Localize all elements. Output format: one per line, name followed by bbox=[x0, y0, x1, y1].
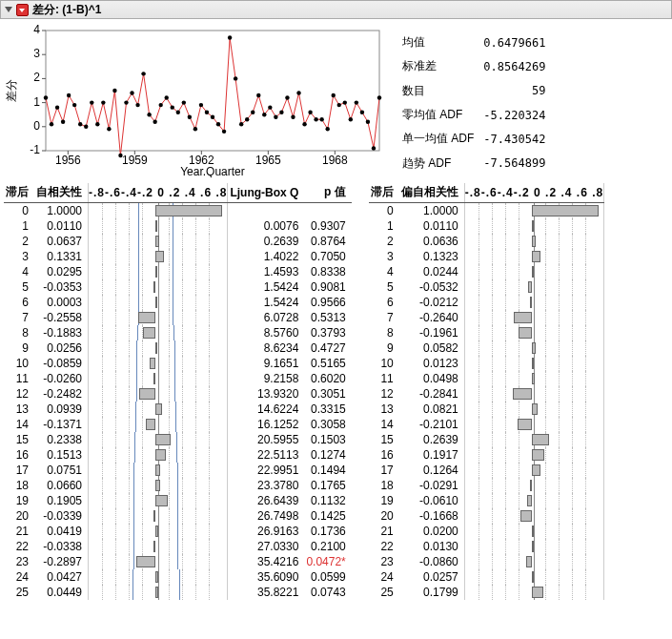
lag-cell: 12 bbox=[4, 386, 34, 402]
svg-text:1: 1 bbox=[33, 95, 40, 109]
lb-cell: 23.3780 bbox=[228, 478, 304, 493]
svg-point-66 bbox=[291, 115, 295, 119]
lag-cell: 6 bbox=[4, 295, 34, 310]
svg-point-57 bbox=[239, 122, 243, 126]
svg-point-24 bbox=[50, 122, 53, 126]
lag-cell: 1 bbox=[369, 218, 399, 234]
svg-point-71 bbox=[319, 117, 323, 121]
pac-cell: -0.2841 bbox=[399, 386, 465, 402]
corr-bar bbox=[89, 539, 227, 554]
lb-cell bbox=[228, 203, 304, 219]
stat-value: -7.430542 bbox=[483, 129, 553, 151]
svg-text:1965: 1965 bbox=[255, 154, 281, 167]
corr-bar bbox=[89, 524, 227, 539]
corr-bar bbox=[89, 554, 227, 569]
svg-point-31 bbox=[90, 100, 93, 104]
lag-cell: 8 bbox=[4, 325, 34, 340]
svg-point-53 bbox=[216, 122, 220, 126]
lag-cell: 20 bbox=[369, 508, 399, 524]
pac-cell: 0.0200 bbox=[399, 524, 465, 539]
svg-point-73 bbox=[332, 93, 336, 97]
corr-bar bbox=[465, 554, 603, 569]
corr-bar bbox=[465, 234, 603, 249]
svg-point-56 bbox=[234, 76, 237, 80]
stat-label: 趋势 ADF bbox=[402, 154, 481, 175]
p-cell: 0.4727 bbox=[304, 340, 351, 356]
corr-bar bbox=[465, 264, 603, 279]
svg-point-59 bbox=[251, 110, 255, 113]
corr-bar bbox=[89, 264, 227, 279]
svg-point-54 bbox=[222, 130, 226, 134]
lag-cell: 19 bbox=[4, 493, 34, 508]
svg-point-67 bbox=[296, 91, 300, 94]
svg-point-51 bbox=[205, 110, 209, 113]
col-acf-ticks: -.8-.6-.4-.2 0 .2 .4 .6 .8 bbox=[89, 183, 228, 203]
col-lb: Ljung-Box Q bbox=[228, 183, 304, 203]
p-cell: 0.6020 bbox=[304, 371, 351, 386]
ac-cell: 0.0003 bbox=[34, 295, 89, 310]
svg-text:4: 4 bbox=[33, 25, 40, 36]
svg-point-69 bbox=[308, 110, 312, 113]
acf-pacf-tables: 滞后 自相关性 -.8-.6-.4-.2 0 .2 .4 .6 .8 01.00… bbox=[0, 183, 672, 606]
lb-cell: 26.9163 bbox=[228, 524, 304, 539]
ac-cell: 0.1905 bbox=[34, 493, 89, 508]
lag-cell: 23 bbox=[4, 554, 34, 569]
lag-cell: 20 bbox=[4, 508, 34, 524]
ac-cell: 0.0427 bbox=[34, 569, 89, 585]
lag-cell: 3 bbox=[4, 249, 34, 264]
lag-cell: 10 bbox=[4, 356, 34, 371]
ac-cell: -0.1883 bbox=[34, 325, 89, 340]
p-cell: 0.0743 bbox=[304, 585, 351, 600]
svg-point-65 bbox=[285, 95, 289, 99]
svg-point-47 bbox=[182, 100, 186, 104]
svg-text:1956: 1956 bbox=[55, 154, 81, 167]
corr-bar bbox=[89, 447, 227, 463]
lag-cell: 9 bbox=[369, 340, 399, 356]
svg-text:差分: 差分 bbox=[5, 79, 18, 102]
p-cell: 0.5313 bbox=[304, 310, 351, 325]
ac-cell: 0.1513 bbox=[34, 447, 89, 463]
svg-point-34 bbox=[107, 127, 111, 131]
p-cell bbox=[304, 203, 351, 219]
corr-bar bbox=[465, 478, 603, 493]
pac-cell: 0.0636 bbox=[399, 234, 465, 249]
lb-cell: 13.9320 bbox=[228, 386, 304, 402]
col-p: p 值 bbox=[304, 183, 351, 203]
lag-cell: 12 bbox=[369, 386, 399, 402]
corr-bar bbox=[89, 463, 227, 478]
lb-cell: 0.2639 bbox=[228, 234, 304, 249]
lag-cell: 14 bbox=[369, 417, 399, 432]
lag-cell: 24 bbox=[4, 569, 34, 585]
corr-bar bbox=[89, 371, 227, 386]
p-cell: 0.1765 bbox=[304, 478, 351, 493]
col-pacf-ticks: -.8-.6-.4-.2 0 .2 .4 .6 .8 bbox=[464, 183, 603, 203]
panel-header[interactable]: 差分: (1-B)^1 bbox=[0, 0, 672, 19]
col-pac: 偏自相关性 bbox=[399, 183, 465, 203]
ac-cell: 0.2338 bbox=[34, 432, 89, 447]
corr-bar bbox=[465, 325, 603, 340]
lag-cell: 17 bbox=[4, 463, 34, 478]
lb-cell: 1.5424 bbox=[228, 279, 304, 295]
p-cell: 0.1132 bbox=[304, 493, 351, 508]
svg-point-49 bbox=[193, 127, 197, 131]
lag-cell: 16 bbox=[369, 447, 399, 463]
lag-cell: 3 bbox=[369, 249, 399, 264]
svg-point-60 bbox=[256, 93, 260, 97]
svg-point-29 bbox=[78, 122, 82, 126]
stat-value: -5.220324 bbox=[483, 105, 553, 127]
lag-cell: 0 bbox=[4, 203, 34, 219]
lag-cell: 9 bbox=[4, 340, 34, 356]
ac-cell: 0.0449 bbox=[34, 585, 89, 600]
corr-bar bbox=[465, 371, 603, 386]
pac-cell: -0.2101 bbox=[399, 417, 465, 432]
svg-point-39 bbox=[135, 103, 139, 107]
corr-bar bbox=[465, 585, 603, 600]
corr-bar bbox=[465, 249, 603, 264]
disclosure-triangle-icon[interactable] bbox=[5, 7, 12, 12]
lb-cell: 35.8221 bbox=[228, 585, 304, 600]
svg-point-41 bbox=[147, 113, 151, 116]
red-menu-icon[interactable] bbox=[16, 4, 29, 16]
svg-point-80 bbox=[372, 146, 376, 150]
lag-cell: 25 bbox=[369, 585, 399, 600]
ac-cell: -0.0338 bbox=[34, 539, 89, 554]
